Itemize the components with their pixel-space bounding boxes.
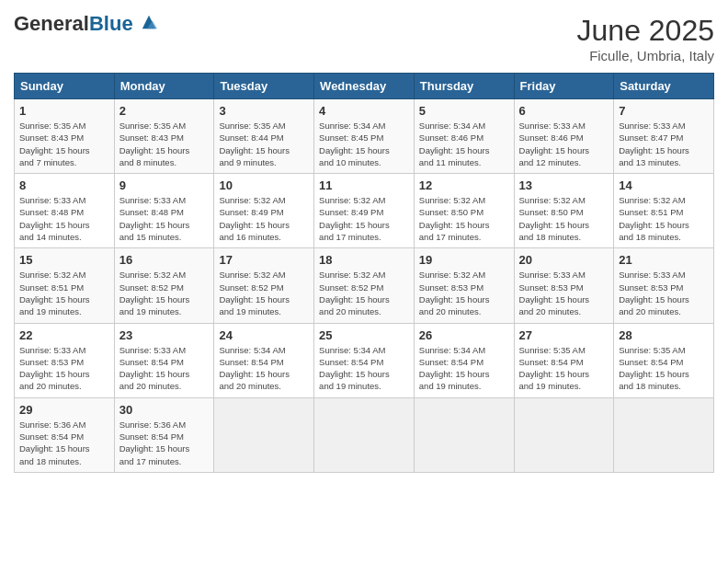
calendar-header: SundayMondayTuesdayWednesdayThursdayFrid…: [15, 74, 714, 99]
calendar-cell: [214, 397, 314, 472]
col-wednesday: Wednesday: [314, 74, 415, 99]
day-number: 2: [119, 104, 210, 118]
day-number: 5: [419, 104, 509, 118]
day-number: 16: [119, 253, 210, 267]
calendar-cell: 8Sunrise: 5:33 AM Sunset: 8:48 PM Daylig…: [15, 174, 115, 248]
calendar-cell: 18Sunrise: 5:32 AM Sunset: 8:52 PM Dayli…: [314, 248, 415, 323]
day-info: Sunrise: 5:33 AM Sunset: 8:53 PM Dayligh…: [619, 269, 709, 317]
col-friday: Friday: [514, 74, 614, 99]
day-number: 26: [419, 328, 509, 342]
day-number: 21: [619, 253, 709, 267]
calendar-cell: 16Sunrise: 5:32 AM Sunset: 8:52 PM Dayli…: [114, 248, 214, 323]
col-tuesday: Tuesday: [214, 74, 314, 99]
day-info: Sunrise: 5:35 AM Sunset: 8:54 PM Dayligh…: [619, 344, 709, 393]
day-info: Sunrise: 5:34 AM Sunset: 8:54 PM Dayligh…: [419, 344, 509, 393]
day-number: 29: [19, 403, 109, 417]
calendar-cell: 11Sunrise: 5:32 AM Sunset: 8:49 PM Dayli…: [314, 174, 415, 248]
logo-icon: [141, 14, 157, 30]
day-number: 25: [319, 328, 409, 342]
day-info: Sunrise: 5:33 AM Sunset: 8:53 PM Dayligh…: [519, 269, 609, 317]
day-info: Sunrise: 5:32 AM Sunset: 8:51 PM Dayligh…: [619, 194, 709, 243]
day-info: Sunrise: 5:36 AM Sunset: 8:54 PM Dayligh…: [119, 419, 210, 467]
day-number: 11: [319, 178, 409, 192]
day-number: 1: [19, 104, 109, 118]
day-number: 23: [119, 328, 210, 342]
day-info: Sunrise: 5:35 AM Sunset: 8:44 PM Dayligh…: [219, 120, 309, 168]
page-header: GeneralBlue June 2025 Ficulle, Umbria, I…: [14, 14, 714, 63]
day-number: 18: [319, 253, 409, 267]
month-year: June 2025: [577, 14, 714, 48]
day-number: 8: [19, 178, 109, 192]
col-monday: Monday: [114, 74, 214, 99]
day-number: 4: [319, 104, 409, 118]
calendar-cell: 15Sunrise: 5:32 AM Sunset: 8:51 PM Dayli…: [15, 248, 115, 323]
calendar-cell: 3Sunrise: 5:35 AM Sunset: 8:44 PM Daylig…: [214, 99, 314, 174]
calendar-cell: [514, 397, 614, 472]
calendar-cell: 22Sunrise: 5:33 AM Sunset: 8:53 PM Dayli…: [15, 323, 115, 397]
day-info: Sunrise: 5:33 AM Sunset: 8:53 PM Dayligh…: [19, 344, 109, 393]
calendar-cell: 26Sunrise: 5:34 AM Sunset: 8:54 PM Dayli…: [414, 323, 514, 397]
calendar-cell: 20Sunrise: 5:33 AM Sunset: 8:53 PM Dayli…: [514, 248, 614, 323]
calendar-cell: 2Sunrise: 5:35 AM Sunset: 8:43 PM Daylig…: [114, 99, 214, 174]
day-number: 6: [519, 104, 609, 118]
day-info: Sunrise: 5:36 AM Sunset: 8:54 PM Dayligh…: [19, 419, 109, 467]
day-info: Sunrise: 5:32 AM Sunset: 8:49 PM Dayligh…: [219, 194, 309, 243]
calendar-table: SundayMondayTuesdayWednesdayThursdayFrid…: [14, 73, 714, 473]
day-number: 20: [519, 253, 609, 267]
calendar-cell: 23Sunrise: 5:33 AM Sunset: 8:54 PM Dayli…: [114, 323, 214, 397]
day-number: 24: [219, 328, 309, 342]
day-number: 17: [219, 253, 309, 267]
day-info: Sunrise: 5:34 AM Sunset: 8:45 PM Dayligh…: [319, 120, 409, 168]
calendar-cell: 19Sunrise: 5:32 AM Sunset: 8:53 PM Dayli…: [414, 248, 514, 323]
day-number: 15: [19, 253, 109, 267]
day-info: Sunrise: 5:32 AM Sunset: 8:50 PM Dayligh…: [519, 194, 609, 243]
day-number: 7: [619, 104, 709, 118]
calendar-cell: 6Sunrise: 5:33 AM Sunset: 8:46 PM Daylig…: [514, 99, 614, 174]
day-info: Sunrise: 5:32 AM Sunset: 8:49 PM Dayligh…: [319, 194, 409, 243]
calendar-cell: 21Sunrise: 5:33 AM Sunset: 8:53 PM Dayli…: [614, 248, 714, 323]
day-info: Sunrise: 5:32 AM Sunset: 8:52 PM Dayligh…: [319, 269, 409, 317]
day-info: Sunrise: 5:35 AM Sunset: 8:43 PM Dayligh…: [19, 120, 109, 168]
calendar-cell: 25Sunrise: 5:34 AM Sunset: 8:54 PM Dayli…: [314, 323, 415, 397]
day-info: Sunrise: 5:33 AM Sunset: 8:54 PM Dayligh…: [119, 344, 210, 393]
day-info: Sunrise: 5:33 AM Sunset: 8:48 PM Dayligh…: [119, 194, 210, 243]
calendar-cell: [614, 397, 714, 472]
day-info: Sunrise: 5:34 AM Sunset: 8:54 PM Dayligh…: [319, 344, 409, 393]
day-info: Sunrise: 5:32 AM Sunset: 8:50 PM Dayligh…: [419, 194, 509, 243]
day-number: 13: [519, 178, 609, 192]
day-number: 28: [619, 328, 709, 342]
calendar-cell: 5Sunrise: 5:34 AM Sunset: 8:46 PM Daylig…: [414, 99, 514, 174]
day-number: 9: [119, 178, 210, 192]
logo-general-text: General: [14, 12, 89, 35]
calendar-cell: 24Sunrise: 5:34 AM Sunset: 8:54 PM Dayli…: [214, 323, 314, 397]
col-sunday: Sunday: [15, 74, 115, 99]
day-info: Sunrise: 5:34 AM Sunset: 8:54 PM Dayligh…: [219, 344, 309, 393]
day-number: 10: [219, 178, 309, 192]
calendar-cell: [314, 397, 415, 472]
day-info: Sunrise: 5:33 AM Sunset: 8:46 PM Dayligh…: [519, 120, 609, 168]
col-saturday: Saturday: [614, 74, 714, 99]
calendar-cell: [414, 397, 514, 472]
calendar-cell: 1Sunrise: 5:35 AM Sunset: 8:43 PM Daylig…: [15, 99, 115, 174]
location: Ficulle, Umbria, Italy: [577, 48, 714, 63]
day-number: 19: [419, 253, 509, 267]
col-thursday: Thursday: [414, 74, 514, 99]
calendar-cell: 13Sunrise: 5:32 AM Sunset: 8:50 PM Dayli…: [514, 174, 614, 248]
day-info: Sunrise: 5:33 AM Sunset: 8:48 PM Dayligh…: [19, 194, 109, 243]
day-info: Sunrise: 5:34 AM Sunset: 8:46 PM Dayligh…: [419, 120, 509, 168]
day-info: Sunrise: 5:33 AM Sunset: 8:47 PM Dayligh…: [619, 120, 709, 168]
day-number: 12: [419, 178, 509, 192]
calendar-cell: 28Sunrise: 5:35 AM Sunset: 8:54 PM Dayli…: [614, 323, 714, 397]
day-info: Sunrise: 5:35 AM Sunset: 8:54 PM Dayligh…: [519, 344, 609, 393]
calendar-cell: 9Sunrise: 5:33 AM Sunset: 8:48 PM Daylig…: [114, 174, 214, 248]
day-info: Sunrise: 5:32 AM Sunset: 8:53 PM Dayligh…: [419, 269, 509, 317]
calendar-cell: 30Sunrise: 5:36 AM Sunset: 8:54 PM Dayli…: [114, 397, 214, 472]
day-number: 3: [219, 104, 309, 118]
calendar-cell: 7Sunrise: 5:33 AM Sunset: 8:47 PM Daylig…: [614, 99, 714, 174]
calendar-cell: 29Sunrise: 5:36 AM Sunset: 8:54 PM Dayli…: [15, 397, 115, 472]
logo: GeneralBlue: [14, 14, 157, 34]
calendar-cell: 17Sunrise: 5:32 AM Sunset: 8:52 PM Dayli…: [214, 248, 314, 323]
day-info: Sunrise: 5:32 AM Sunset: 8:52 PM Dayligh…: [219, 269, 309, 317]
title-block: June 2025 Ficulle, Umbria, Italy: [577, 14, 714, 63]
calendar-cell: 14Sunrise: 5:32 AM Sunset: 8:51 PM Dayli…: [614, 174, 714, 248]
